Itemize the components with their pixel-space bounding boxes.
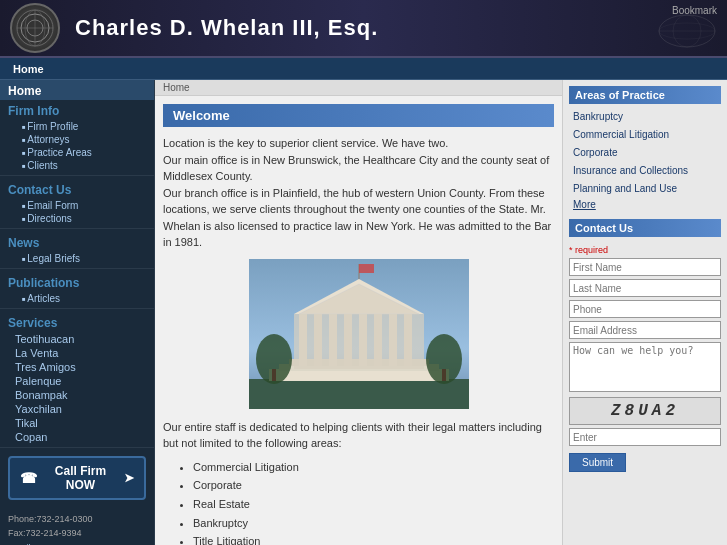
- sidebar-item-directions[interactable]: Directions: [0, 212, 154, 225]
- right-sidebar: Areas of Practice BankruptcyCommercial L…: [562, 80, 727, 545]
- area-link[interactable]: Bankruptcy: [569, 108, 721, 126]
- sidebar-item-palenque[interactable]: Palenque: [0, 374, 154, 388]
- sidebar-item-email-form[interactable]: Email Form: [0, 199, 154, 212]
- list-item: Corporate: [193, 476, 554, 495]
- phone-input[interactable]: [569, 300, 721, 318]
- services-list: Commercial LitigationCorporateReal Estat…: [163, 458, 554, 546]
- sidebar-item-copan[interactable]: Copan: [0, 430, 154, 444]
- area-link[interactable]: Insurance and Collections: [569, 162, 721, 180]
- captcha-enter-input[interactable]: [569, 428, 721, 446]
- first-name-input[interactable]: [569, 258, 721, 276]
- main-layout: Home Firm Info Firm Profile Attorneys Pr…: [0, 80, 727, 545]
- intro-text: Location is the key to superior client s…: [163, 135, 554, 251]
- contact-form: * required Z8UA2 Submit: [569, 245, 721, 472]
- svg-rect-11: [249, 379, 469, 409]
- arrow-icon: ➤: [124, 471, 134, 485]
- sidebar-item-la-venta[interactable]: La Venta: [0, 346, 154, 360]
- areas-list: BankruptcyCommercial LitigationCorporate…: [569, 108, 721, 198]
- required-note: * required: [569, 245, 721, 255]
- navbar: Home: [0, 58, 727, 80]
- sidebar-item-articles[interactable]: Articles: [0, 292, 154, 305]
- areas-more-link[interactable]: More: [569, 198, 721, 211]
- message-textarea[interactable]: [569, 342, 721, 392]
- submit-button[interactable]: Submit: [569, 453, 626, 472]
- sidebar-item-bonampak[interactable]: Bonampak: [0, 388, 154, 402]
- sidebar-item-services[interactable]: Services: [0, 312, 154, 332]
- last-name-input[interactable]: [569, 279, 721, 297]
- area-link[interactable]: Corporate: [569, 144, 721, 162]
- header: Charles D. Whelan III, Esq. Bookmark: [0, 0, 727, 58]
- sidebar-item-attorneys[interactable]: Attorneys: [0, 133, 154, 146]
- sidebar-contact-info: Phone:732-214-0300 Fax:732-214-9394 Emai…: [0, 508, 154, 545]
- sidebar-item-publications[interactable]: Publications: [0, 272, 154, 292]
- sidebar-item-yaxchilan[interactable]: Yaxchilan: [0, 402, 154, 416]
- sidebar-item-firm-info[interactable]: Firm Info: [0, 100, 154, 120]
- breadcrumb: Home: [155, 80, 562, 96]
- divider2: [0, 228, 154, 229]
- area-link[interactable]: Commercial Litigation: [569, 126, 721, 144]
- svg-rect-31: [442, 369, 446, 381]
- svg-rect-27: [359, 264, 374, 273]
- sidebar-item-teotihuacan[interactable]: Teotihuacan: [0, 332, 154, 346]
- email-input[interactable]: [569, 321, 721, 339]
- following-text: Our entire staff is dedicated to helping…: [163, 419, 554, 452]
- content-inner: Welcome Location is the key to superior …: [155, 96, 562, 545]
- svg-rect-30: [272, 369, 276, 381]
- sidebar-item-contact[interactable]: Contact Us: [0, 179, 154, 199]
- call-firm-button[interactable]: ☎ Call Firm NOW ➤: [8, 456, 146, 500]
- phone-icon: ☎: [20, 470, 37, 486]
- captcha-text: Z8UA2: [611, 402, 679, 420]
- sidebar-item-firm-profile[interactable]: Firm Profile: [0, 120, 154, 133]
- call-firm-label: Call Firm NOW: [43, 464, 118, 492]
- nav-home[interactable]: Home: [5, 63, 52, 75]
- sidebar-item-clients[interactable]: Clients: [0, 159, 154, 172]
- list-item: Real Estate: [193, 495, 554, 514]
- divider: [0, 175, 154, 176]
- list-item: Title Litigation: [193, 532, 554, 545]
- welcome-heading: Welcome: [163, 104, 554, 127]
- sidebar-item-legal-briefs[interactable]: Legal Briefs: [0, 252, 154, 265]
- svg-rect-25: [294, 314, 424, 369]
- contact-us-title: Contact Us: [569, 219, 721, 237]
- left-sidebar: Home Firm Info Firm Profile Attorneys Pr…: [0, 80, 155, 545]
- divider4: [0, 308, 154, 309]
- sidebar-phone: Phone:732-214-0300: [8, 512, 146, 526]
- areas-of-practice-title: Areas of Practice: [569, 86, 721, 104]
- list-item: Bankruptcy: [193, 514, 554, 533]
- divider3: [0, 268, 154, 269]
- sidebar-item-home[interactable]: Home: [0, 80, 154, 100]
- logo: [10, 3, 60, 53]
- sidebar-item-tikal[interactable]: Tikal: [0, 416, 154, 430]
- sidebar-item-tres-amigos[interactable]: Tres Amigos: [0, 360, 154, 374]
- sidebar-item-news[interactable]: News: [0, 232, 154, 252]
- divider5: [0, 447, 154, 448]
- main-content: Home Welcome Location is the key to supe…: [155, 80, 562, 545]
- site-title: Charles D. Whelan III, Esq.: [75, 15, 378, 41]
- sidebar-item-practice-areas[interactable]: Practice Areas: [0, 146, 154, 159]
- captcha-box: Z8UA2: [569, 397, 721, 425]
- world-icon: [657, 14, 717, 51]
- list-item: Commercial Litigation: [193, 458, 554, 477]
- sidebar-fax: Fax:732-214-9394: [8, 526, 146, 540]
- building-image: [249, 259, 469, 409]
- building-image-wrapper: [163, 259, 554, 411]
- area-link[interactable]: Planning and Land Use: [569, 180, 721, 198]
